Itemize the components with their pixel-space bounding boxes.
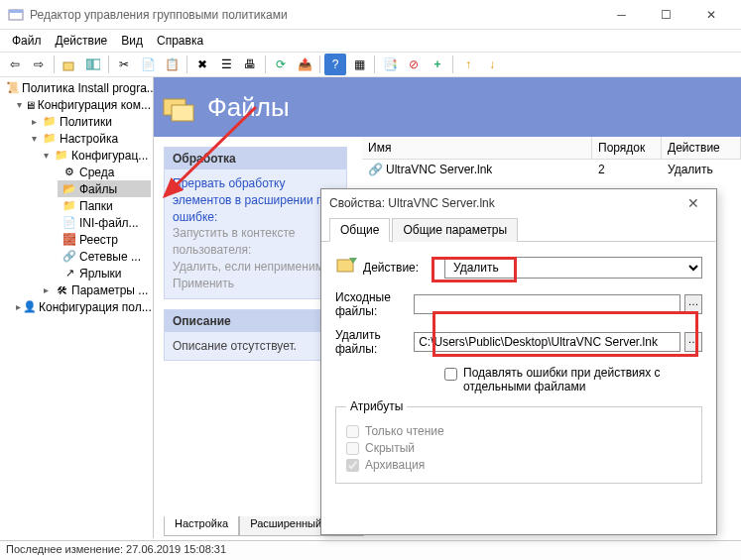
- tree-user-config[interactable]: ▸👤Конфигурация пол...: [14, 298, 151, 315]
- app-icon: [8, 7, 24, 23]
- delete-browse-button[interactable]: …: [684, 332, 702, 352]
- dialog-tab-common[interactable]: Общие параметры: [392, 218, 518, 242]
- menu-action[interactable]: Действие: [50, 32, 114, 50]
- maximize-button[interactable]: ☐: [644, 1, 688, 29]
- tree-computer-config[interactable]: ▾🖥Конфигурация ком...: [14, 96, 151, 113]
- col-action[interactable]: Действие: [662, 137, 741, 159]
- svg-rect-1: [9, 10, 23, 13]
- tree-control-panel[interactable]: ▸🛠Параметры ...: [38, 281, 151, 298]
- refresh-button[interactable]: ⟳: [270, 54, 292, 75]
- tree-root[interactable]: 📜Политика Install progra...: [2, 79, 151, 96]
- dialog-tab-general[interactable]: Общие: [329, 218, 390, 242]
- attr-readonly-checkbox: [346, 425, 359, 438]
- svg-rect-4: [93, 59, 100, 69]
- source-input: [414, 294, 680, 314]
- description-title: Описание: [165, 310, 346, 332]
- tree-preferences[interactable]: ▾📁Настройка: [26, 130, 151, 147]
- processing-apply: Применить: [173, 276, 338, 292]
- tree-network[interactable]: 🔗Сетевые ...: [58, 248, 151, 265]
- list-row[interactable]: 🔗UltraVNC Server.lnk 2 Удалить: [362, 160, 741, 179]
- processing-run-context: Запустить в контексте пользователя:: [173, 225, 338, 259]
- dialog-title: Свойства: UltraVNC Server.lnk: [329, 196, 679, 210]
- page-title: Файлы: [207, 92, 290, 123]
- suppress-errors-label: Подавлять ошибки при действиях с отдельн…: [463, 366, 702, 393]
- window-title: Редактор управления групповыми политикам…: [30, 8, 599, 22]
- svg-rect-7: [337, 260, 353, 272]
- svg-rect-3: [86, 59, 92, 69]
- minimize-button[interactable]: ─: [599, 1, 644, 29]
- filter-button[interactable]: 📑: [379, 54, 401, 75]
- action-label: Действие:: [363, 261, 444, 275]
- toolbar: ⇦ ⇨ ✂ 📄 📋 ✖ ☰ 🖶 ⟳ 📤 ? ▦ 📑 ⊘ + ↑ ↓: [0, 52, 741, 77]
- delete-button[interactable]: ✖: [191, 54, 213, 75]
- action-select[interactable]: Удалить: [444, 257, 702, 279]
- properties-dialog: Свойства: UltraVNC Server.lnk ✕ Общие Об…: [320, 188, 717, 535]
- statusbar: Последнее изменение: 27.06.2019 15:08:31: [0, 540, 741, 560]
- tree-folders[interactable]: 📁Папки: [58, 197, 151, 214]
- processing-stop-label: Прервать обработку элементов в расширени…: [173, 175, 338, 225]
- svg-rect-6: [172, 105, 193, 121]
- add-button[interactable]: +: [427, 54, 448, 75]
- options-button[interactable]: ▦: [348, 54, 370, 75]
- close-button[interactable]: ✕: [688, 1, 733, 29]
- dialog-close-button[interactable]: ✕: [679, 195, 708, 211]
- tree-environment[interactable]: ⚙Среда: [58, 164, 151, 180]
- processing-title: Обработка: [165, 148, 346, 169]
- nav-tree[interactable]: 📜Политика Install progra... ▾🖥Конфигурац…: [0, 77, 154, 538]
- attr-hidden-checkbox: [346, 442, 359, 455]
- delete-input[interactable]: [414, 332, 680, 352]
- files-header-icon: [162, 89, 197, 125]
- attributes-legend: Атрибуты: [346, 399, 407, 413]
- menu-view[interactable]: Вид: [115, 32, 149, 50]
- tree-shortcuts[interactable]: ↗Ярлыки: [58, 265, 151, 281]
- forward-button[interactable]: ⇨: [28, 54, 50, 75]
- stop-button[interactable]: ⊘: [403, 54, 425, 75]
- print-button[interactable]: 🖶: [239, 54, 261, 75]
- cut-button[interactable]: ✂: [113, 54, 135, 75]
- tree-ini-files[interactable]: 📄INI-файл...: [58, 214, 151, 231]
- col-name[interactable]: Имя: [362, 137, 592, 159]
- shortcut-icon: 🔗: [368, 163, 382, 176]
- tree-files[interactable]: 📂Файлы: [58, 180, 151, 197]
- menu-file[interactable]: Файл: [6, 32, 48, 50]
- help-button[interactable]: ?: [324, 54, 346, 75]
- move-down-button[interactable]: ↓: [481, 54, 503, 75]
- tree-policies[interactable]: ▸📁Политики: [26, 113, 151, 130]
- paste-button[interactable]: 📋: [161, 54, 183, 75]
- tab-settings[interactable]: Настройка: [164, 516, 239, 536]
- export-button[interactable]: 📤: [294, 54, 315, 75]
- attributes-group: Атрибуты Только чтение Скрытый Архивация: [335, 399, 702, 484]
- menubar: Файл Действие Вид Справка: [0, 30, 741, 52]
- file-action-icon: [335, 254, 363, 280]
- dialog-tabs: Общие Общие параметры: [321, 217, 716, 242]
- back-button[interactable]: ⇦: [4, 54, 26, 75]
- list-header: Имя Порядок Действие: [362, 137, 741, 160]
- attr-archive-checkbox: [346, 459, 359, 472]
- svg-rect-2: [63, 62, 73, 70]
- source-label: Исходные файлы:: [335, 290, 414, 318]
- move-up-button[interactable]: ↑: [457, 54, 479, 75]
- processing-remove: Удалить, если неприменимо:: [173, 259, 338, 276]
- show-tree-button[interactable]: [82, 54, 104, 75]
- up-button[interactable]: [59, 54, 80, 75]
- copy-button[interactable]: 📄: [137, 54, 159, 75]
- col-order[interactable]: Порядок: [592, 137, 662, 159]
- description-body: Описание отсутствует.: [173, 339, 297, 353]
- dialog-titlebar[interactable]: Свойства: UltraVNC Server.lnk ✕: [321, 189, 716, 217]
- menu-help[interactable]: Справка: [151, 32, 209, 50]
- source-browse-button[interactable]: …: [684, 294, 702, 314]
- delete-label: Удалить файлы:: [335, 328, 414, 356]
- tab-extended[interactable]: Расширенный: [239, 516, 332, 536]
- properties-button[interactable]: ☰: [215, 54, 237, 75]
- header-band: Файлы: [154, 77, 741, 137]
- suppress-errors-checkbox[interactable]: [444, 368, 457, 381]
- window-titlebar: Редактор управления групповыми политикам…: [0, 0, 741, 30]
- tree-windows-config[interactable]: ▾📁Конфигурац...: [38, 147, 151, 164]
- tree-registry[interactable]: 🧱Реестр: [58, 231, 151, 248]
